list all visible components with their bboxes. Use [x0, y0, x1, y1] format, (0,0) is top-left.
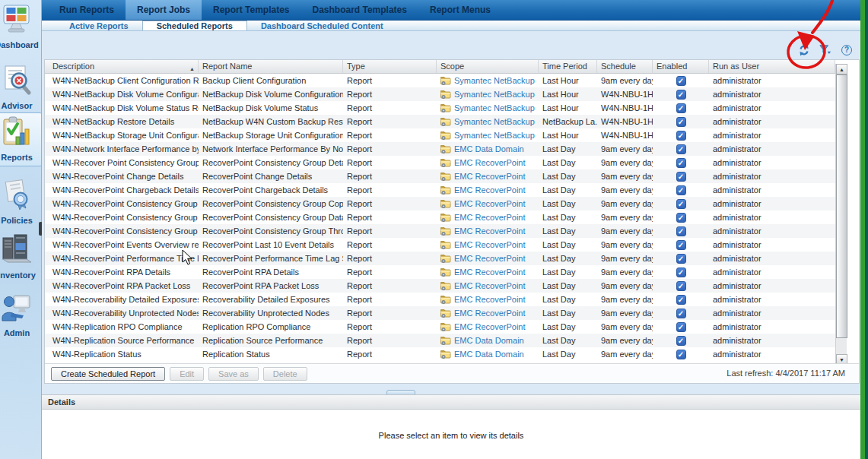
- cell-run-as-user: administrator: [709, 142, 835, 156]
- enabled-checkbox[interactable]: ✓: [676, 295, 686, 305]
- scope-link[interactable]: Symantec NetBackup: [454, 115, 535, 128]
- scope-link[interactable]: Symantec NetBackup: [454, 128, 535, 142]
- tab-scheduled-reports[interactable]: Scheduled Reports: [142, 21, 247, 30]
- column-header-description[interactable]: Description▲: [45, 60, 199, 73]
- enabled-checkbox[interactable]: ✓: [676, 254, 686, 264]
- table-row[interactable]: W4N-RecoverPoint Chargeback DetailsRecov…: [45, 183, 835, 197]
- enabled-checkbox[interactable]: ✓: [676, 117, 686, 127]
- table-row[interactable]: W4N-RecoverPoint RPA DetailsRecoverPoint…: [45, 265, 835, 279]
- table-row[interactable]: W4N-NetBackup Restore DetailsNetBackup W…: [45, 115, 835, 128]
- scope-link[interactable]: Symantec NetBackup: [454, 74, 535, 87]
- table-row[interactable]: W4N-Replication StatusReplication Status…: [45, 347, 835, 361]
- table-row[interactable]: W4N-NetBackup Disk Volume Configurati...…: [45, 87, 835, 101]
- scope-link[interactable]: Symantec NetBackup: [454, 87, 535, 101]
- edit-button[interactable]: Edit: [170, 367, 204, 381]
- enabled-checkbox[interactable]: ✓: [676, 336, 686, 346]
- enabled-checkbox[interactable]: ✓: [676, 199, 686, 209]
- sidebar-item-admin[interactable]: Admin: [0, 292, 42, 337]
- tab-active-reports[interactable]: Active Reports: [56, 21, 142, 30]
- scope-link[interactable]: EMC RecoverPoint: [454, 279, 526, 293]
- column-header-enabled[interactable]: Enabled: [653, 60, 709, 73]
- enabled-checkbox[interactable]: ✓: [676, 281, 686, 291]
- scope-link[interactable]: EMC RecoverPoint: [454, 238, 526, 252]
- table-row[interactable]: W4N-NetBackup Storage Unit Configurati..…: [45, 128, 835, 142]
- sidebar-item-reports[interactable]: Reports: [0, 112, 42, 166]
- table-row[interactable]: W4N-Recoverability Unprotected NodesReco…: [45, 306, 835, 320]
- table-row[interactable]: W4N-Replication RPO ComplianceReplicatio…: [45, 320, 835, 334]
- cell-report-name: RecoverPoint Consistency Group Through..…: [199, 224, 343, 238]
- enabled-checkbox[interactable]: ✓: [676, 103, 686, 113]
- column-header-time-period[interactable]: Time Period: [539, 60, 597, 73]
- menu-item-run-reports[interactable]: Run Reports: [48, 0, 126, 20]
- scope-link[interactable]: EMC RecoverPoint: [454, 306, 526, 320]
- tab-dashboard-scheduled-content[interactable]: Dashboard Scheduled Content: [247, 21, 397, 30]
- vertical-scrollbar[interactable]: ▲ ▼: [835, 64, 847, 365]
- delete-button[interactable]: Delete: [263, 367, 307, 381]
- table-row[interactable]: W4N-RecoverPoint RPA Packet LossRecoverP…: [45, 279, 835, 293]
- table-row[interactable]: W4N-RecoverPoint Consistency Group Thr..…: [45, 224, 835, 238]
- enabled-checkbox[interactable]: ✓: [676, 350, 686, 359]
- column-header-type[interactable]: Type: [343, 60, 437, 73]
- scope-link[interactable]: EMC RecoverPoint: [454, 224, 526, 238]
- column-header-run-as-user[interactable]: Run as User: [709, 60, 835, 73]
- scope-link[interactable]: EMC RecoverPoint: [454, 252, 526, 265]
- scope-link[interactable]: EMC RecoverPoint: [454, 265, 526, 279]
- enabled-checkbox[interactable]: ✓: [676, 322, 686, 332]
- enabled-checkbox[interactable]: ✓: [676, 213, 686, 223]
- table-row[interactable]: W4N-RecoverPoint Performance Time LagRec…: [45, 252, 835, 265]
- scope-link[interactable]: EMC RecoverPoint: [454, 320, 526, 334]
- enabled-checkbox[interactable]: ✓: [676, 267, 686, 277]
- scrollbar-thumb[interactable]: [836, 74, 847, 338]
- scope-link[interactable]: Symantec NetBackup: [454, 101, 535, 115]
- table-row[interactable]: W4N-Replication Source PerformanceReplic…: [45, 334, 835, 347]
- table-row[interactable]: W4N-Recoverability Detailed ExposuresRec…: [45, 293, 835, 306]
- cell-time-period: Last Day: [539, 156, 597, 169]
- enabled-checkbox[interactable]: ✓: [676, 76, 686, 86]
- sidebar-item-dashboard[interactable]: Dashboard: [0, 4, 42, 49]
- sidebar-item-inventory[interactable]: Inventory: [0, 233, 42, 280]
- column-header-report-name[interactable]: Report Name: [199, 60, 343, 73]
- menu-item-dashboard-templates[interactable]: Dashboard Templates: [300, 0, 418, 20]
- enabled-checkbox[interactable]: ✓: [676, 309, 686, 318]
- help-icon[interactable]: ?: [841, 44, 853, 56]
- table-row[interactable]: W4N-RecoverPoint Consistency Group Dat..…: [45, 211, 835, 224]
- enabled-checkbox[interactable]: ✓: [676, 158, 686, 168]
- enabled-checkbox[interactable]: ✓: [676, 185, 686, 195]
- scope-link[interactable]: EMC RecoverPoint: [454, 197, 526, 211]
- scope-link[interactable]: EMC Data Domain: [454, 334, 524, 347]
- enabled-checkbox[interactable]: ✓: [676, 240, 686, 250]
- scope-link[interactable]: EMC RecoverPoint: [454, 156, 526, 169]
- create-scheduled-report-button[interactable]: Create Scheduled Report: [51, 367, 165, 381]
- enabled-checkbox[interactable]: ✓: [676, 172, 686, 182]
- menu-item-report-jobs[interactable]: Report Jobs: [126, 0, 202, 20]
- column-header-scope[interactable]: Scope: [437, 60, 539, 73]
- menu-item-report-templates[interactable]: Report Templates: [202, 0, 300, 20]
- enabled-checkbox[interactable]: ✓: [676, 144, 686, 154]
- table-row[interactable]: W4N-Recover Point Consistency Group De..…: [45, 156, 835, 169]
- enabled-checkbox[interactable]: ✓: [676, 90, 686, 100]
- refresh-icon[interactable]: [798, 44, 810, 56]
- table-row[interactable]: W4N-RecoverPoint Consistency Group Co...…: [45, 197, 835, 211]
- scrollbar-up-arrow[interactable]: ▲: [836, 64, 847, 74]
- sidebar-item-advisor[interactable]: Advisor: [0, 65, 42, 110]
- table-row[interactable]: W4N-NetBackup Disk Volume Status ReportN…: [45, 101, 835, 115]
- cell-schedule: 9am every day: [597, 211, 653, 224]
- save-as-button[interactable]: Save as: [208, 367, 259, 381]
- scope-link[interactable]: EMC Data Domain: [454, 347, 524, 361]
- table-row[interactable]: W4N-NetBackup Client Configuration Repor…: [45, 74, 835, 87]
- enabled-checkbox[interactable]: ✓: [676, 226, 686, 236]
- scope-link[interactable]: EMC RecoverPoint: [454, 169, 526, 183]
- scope-link[interactable]: EMC RecoverPoint: [454, 293, 526, 306]
- scope-link[interactable]: EMC RecoverPoint: [454, 211, 526, 224]
- scope-link[interactable]: EMC RecoverPoint: [454, 183, 526, 197]
- sidebar-item-policies[interactable]: Policies: [0, 179, 42, 225]
- table-row[interactable]: W4N-Network Interface Performance by N..…: [45, 142, 835, 156]
- table-row[interactable]: W4N-RecoverPoint Events Overview reportR…: [45, 238, 835, 252]
- enabled-checkbox[interactable]: ✓: [676, 131, 686, 141]
- scope-link[interactable]: EMC Data Domain: [454, 142, 524, 156]
- filter-icon[interactable]: [819, 44, 831, 56]
- column-header-schedule[interactable]: Schedule: [597, 60, 653, 73]
- menu-item-report-menus[interactable]: Report Menus: [418, 0, 502, 20]
- folder-icon: [440, 240, 451, 249]
- table-row[interactable]: W4N-RecoverPoint Change DetailsRecoverPo…: [45, 169, 835, 183]
